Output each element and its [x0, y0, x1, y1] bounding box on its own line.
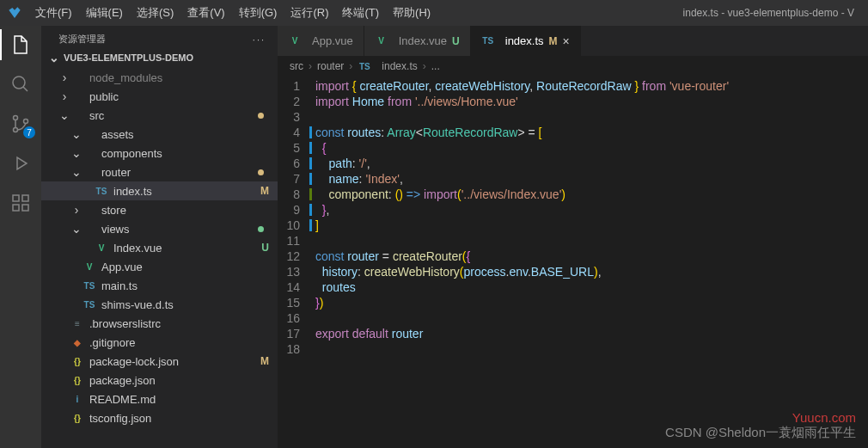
svg-point-3 [24, 120, 28, 124]
section-label: VUE3-ELEMENTPLUS-DEMO [64, 52, 193, 63]
code-line[interactable] [315, 109, 868, 125]
breadcrumb-item[interactable]: index.ts [382, 60, 417, 72]
tree-item[interactable]: ⌄src [41, 106, 278, 125]
chevron-right-icon: › [309, 60, 312, 72]
tree-item[interactable]: ⌄router [41, 163, 278, 181]
chevron-down-icon: ⌄ [70, 165, 83, 179]
code-line[interactable]: const router = createRouter({ [315, 249, 868, 264]
vue-icon: V [288, 34, 302, 48]
tree-item[interactable]: ⌄views [41, 219, 278, 238]
tab-label: index.ts [505, 34, 544, 47]
ts-icon: TS [481, 34, 495, 48]
code-line[interactable] [315, 341, 868, 357]
editor-tab[interactable]: VIndex.vueU [364, 26, 471, 56]
code-line[interactable]: }, [315, 202, 868, 218]
svg-rect-6 [22, 205, 28, 211]
editor-tabs: VApp.vueVIndex.vueUTSindex.tsM× [278, 26, 868, 56]
menu-item[interactable]: 终端(T) [336, 2, 385, 24]
tree-item[interactable]: TSindex.tsM [41, 181, 278, 200]
code-line[interactable]: const routes: Array<RouteRecordRaw> = [ [315, 125, 868, 140]
code-content[interactable]: import { createRouter, createWebHistory,… [315, 78, 868, 448]
extensions-icon[interactable] [9, 191, 33, 215]
code-line[interactable]: ] [315, 218, 868, 233]
menu-item[interactable]: 文件(F) [29, 2, 78, 24]
chevron-right-icon: › [58, 89, 70, 103]
menu-item[interactable]: 运行(R) [284, 2, 334, 24]
menu-item[interactable]: 编辑(E) [80, 2, 129, 24]
menu-item[interactable]: 转到(G) [233, 2, 284, 24]
code-line[interactable]: export default router [315, 326, 868, 341]
code-line[interactable]: import { createRouter, createWebHistory,… [315, 78, 868, 94]
breadcrumb[interactable]: src›router›TSindex.ts›... [278, 56, 868, 77]
search-icon[interactable] [9, 72, 33, 96]
git-dot-icon [258, 226, 264, 232]
code-line[interactable]: }) [315, 295, 868, 310]
sidebar-title: 资源管理器 [58, 33, 106, 46]
code-line[interactable]: name: 'Index', [315, 171, 868, 187]
json-icon: {} [70, 411, 84, 425]
code-line[interactable]: { [315, 140, 868, 156]
editor-tab[interactable]: TSindex.tsM× [471, 26, 581, 56]
code-editor[interactable]: 123456789101112131415161718 import { cre… [278, 77, 868, 448]
breadcrumb-item[interactable]: ... [431, 60, 440, 72]
tree-item[interactable]: ≡.browserslistrc [41, 314, 278, 333]
tree-item[interactable]: ›node_modules [41, 68, 278, 87]
tree-item[interactable]: ⌄assets [41, 125, 278, 144]
code-line[interactable]: import Home from '../views/Home.vue' [315, 94, 868, 109]
code-line[interactable]: component: () => import('../views/Index.… [315, 187, 868, 202]
tab-status: U [452, 35, 460, 47]
chevron-right-icon: › [423, 60, 426, 72]
line-number: 4 [278, 125, 300, 140]
tree-item[interactable]: ›public [41, 87, 278, 106]
ts-icon: TS [83, 279, 96, 292]
menu-item[interactable]: 查看(V) [181, 2, 230, 24]
breadcrumb-item[interactable]: router [317, 60, 344, 72]
window-title: index.ts - vue3-elementplus-demo - V [683, 7, 861, 19]
tree-item[interactable]: ⌄components [41, 144, 278, 163]
tree-item[interactable]: ◆.gitignore [41, 333, 278, 352]
svg-point-1 [14, 116, 18, 120]
tree-item-label: .gitignore [89, 336, 269, 349]
svg-rect-7 [22, 195, 28, 201]
code-line[interactable] [315, 310, 868, 326]
git-dot-icon [258, 113, 264, 119]
tree-item-label: public [89, 90, 269, 103]
menu-item[interactable]: 选择(S) [131, 2, 180, 24]
close-icon[interactable]: × [563, 34, 570, 48]
tree-item-label: README.md [89, 393, 269, 406]
tree-item[interactable]: {}package.json [41, 371, 278, 390]
chevron-down-icon: ⌄ [58, 108, 70, 122]
menu-item[interactable]: 帮助(H) [387, 2, 437, 24]
tree-item-label: src [89, 109, 258, 122]
code-line[interactable]: history: createWebHistory(process.env.BA… [315, 264, 868, 279]
tree-item[interactable]: {}tsconfig.json [41, 408, 278, 427]
folder-icon [70, 89, 84, 103]
txt-icon: ≡ [70, 316, 84, 330]
chevron-down-icon: ⌄ [48, 51, 60, 64]
code-line[interactable]: path: '/', [315, 156, 868, 171]
tree-item[interactable]: TSmain.ts [41, 276, 278, 295]
source-control-icon[interactable]: 7 [9, 112, 33, 136]
line-number: 16 [278, 310, 300, 326]
sidebar-section[interactable]: ⌄ VUE3-ELEMENTPLUS-DEMO [41, 49, 278, 66]
breadcrumb-item[interactable]: src [290, 60, 303, 72]
tree-item[interactable]: VApp.vue [41, 257, 278, 276]
line-number: 7 [278, 171, 300, 187]
sidebar-more-icon[interactable]: ··· [253, 34, 266, 45]
debug-icon[interactable] [9, 151, 33, 175]
chevron-down-icon: ⌄ [70, 146, 83, 160]
json-icon: {} [70, 354, 84, 368]
svg-point-2 [14, 128, 18, 132]
tree-item[interactable]: iREADME.md [41, 390, 278, 408]
editor-tab[interactable]: VApp.vue [278, 26, 364, 56]
tree-item[interactable]: ›store [41, 200, 278, 219]
code-line[interactable]: routes [315, 279, 868, 295]
tree-item[interactable]: VIndex.vueU [41, 238, 278, 257]
tree-item[interactable]: TSshims-vue.d.ts [41, 295, 278, 314]
code-line[interactable] [315, 233, 868, 249]
explorer-icon[interactable] [9, 33, 33, 57]
line-number: 1 [278, 78, 300, 94]
tree-item[interactable]: {}package-lock.jsonM [41, 352, 278, 371]
md-icon: i [70, 392, 84, 406]
tree-item-label: App.vue [101, 261, 269, 273]
